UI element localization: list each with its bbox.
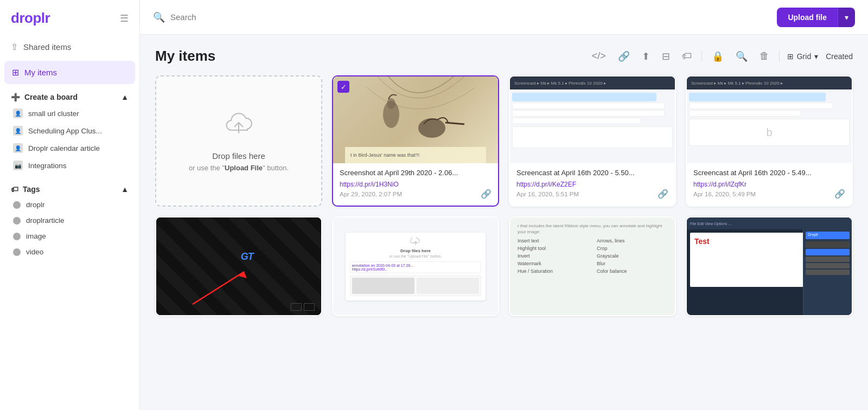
tag-dot-video — [13, 248, 21, 256]
svg-line-6 — [193, 272, 244, 304]
board-icon-2: 👤 — [13, 143, 23, 153]
lock-icon[interactable]: 🔒 — [710, 48, 726, 65]
tags-chevron-up-icon: ▲ — [121, 185, 129, 194]
code-icon[interactable]: </> — [590, 48, 608, 64]
board-item-scheduling[interactable]: 👤 Scheduling App Clus... — [11, 122, 129, 139]
item-info-1: Screencast at April 16th 2020 - 5.50... … — [510, 163, 675, 206]
item-footer-0: Apr 29, 2020, 2:07 PM 🔗 — [340, 189, 492, 199]
tag-dot-droplr — [13, 201, 21, 209]
tag-label-droplr: droplr — [26, 201, 45, 209]
grid-item-2[interactable]: Screencast ▸ Mk ▸ Mk 5.1 ▸ Phrendix 10 2… — [686, 75, 853, 207]
upload-dropdown-arrow[interactable]: ▾ — [838, 8, 855, 27]
sort-created-label[interactable]: Created — [826, 52, 853, 61]
board-icon-3: 📷 — [13, 161, 23, 170]
tag-icon-sidebar: 🏷 — [11, 185, 18, 194]
item-name-0: Screenshot at April 29th 2020 - 2.06... — [340, 169, 492, 177]
board-item-integrations[interactable]: 📷 Integrations — [11, 157, 129, 174]
grid-toggle-button[interactable]: ⊞ Grid ▾ — [787, 52, 818, 61]
item-name-2: Screencast at April 16th 2020 - 5.49... — [693, 169, 845, 177]
tag-item-video[interactable]: video — [11, 244, 129, 260]
chevron-up-icon: ▲ — [121, 93, 129, 101]
grid-item-1[interactable]: Screencast ▸ Mk ▸ Mk 5.1 ▸ Phrendix 10 2… — [509, 75, 676, 207]
board-label-2: Droplr calendar article — [28, 144, 100, 152]
item-info-0: Screenshot at April 29th 2020 - 2.06... … — [333, 163, 498, 206]
shared-items-label: Shared items — [23, 42, 71, 52]
upload-cloud-icon — [222, 111, 255, 144]
search-input[interactable] — [170, 12, 641, 22]
item-thumb-4: Drop files here or use the "Upload File"… — [333, 217, 498, 315]
item-date-1: Apr 16, 2020, 5:51 PM — [516, 191, 579, 197]
item-thumb-5: r that includes the latest Ribbon style … — [510, 217, 675, 315]
tag-dot-image — [13, 233, 21, 240]
grid-item-0[interactable]: t in Bird-Jesus' name was that?! ✓ Scree… — [332, 75, 499, 207]
tags-section: 🏷 Tags ▲ droplr droplrarticle image vide… — [0, 177, 139, 267]
download-icon[interactable]: ⬆ — [640, 48, 652, 65]
boards-section-header[interactable]: ➕ Create a board ▲ — [11, 93, 129, 101]
upload-drop-zone[interactable]: Drop files here or use the "Upload File"… — [155, 75, 322, 207]
search-icon: 🔍 — [153, 11, 165, 23]
tag-item-droplrarticle[interactable]: droplrarticle — [11, 213, 129, 228]
item-url-2[interactable]: https://d.pr/i/lZqfKr — [693, 181, 746, 188]
tag-item-image[interactable]: image — [11, 228, 129, 244]
boards-section: ➕ Create a board ▲ 👤 small url cluster 👤… — [0, 85, 139, 177]
image-icon[interactable]: ⊟ — [660, 48, 672, 65]
item-link-icon-0[interactable]: 🔗 — [481, 189, 492, 199]
sidebar-item-my-items[interactable]: ⊞ My items — [4, 61, 135, 84]
grid-item-4[interactable]: Drop files here or use the "Upload File"… — [332, 216, 499, 316]
toolbar-divider-1 — [701, 50, 702, 62]
upload-subtext: or use the "Upload File" button. — [189, 164, 289, 172]
board-item-calendar[interactable]: 👤 Droplr calendar article — [11, 139, 129, 157]
selected-check-0: ✓ — [337, 81, 349, 93]
sidebar-logo-area: droplr ☰ — [0, 0, 139, 34]
grid-icon: ⊞ — [787, 52, 794, 61]
my-items-label: My items — [24, 68, 57, 77]
item-date-2: Apr 16, 2020, 5:49 PM — [693, 191, 756, 197]
create-board-label: Create a board — [24, 93, 78, 101]
content-area: My items </> 🔗 ⬆ ⊟ 🏷 🔒 🔍 🗑 ⊞ Grid ▾ Crea… — [140, 35, 868, 410]
item-thumb-0: t in Bird-Jesus' name was that?! ✓ — [333, 76, 498, 163]
board-icon-1: 👤 — [13, 126, 23, 136]
item-thumb-1: Screencast ▸ Mk ▸ Mk 5.1 ▸ Phrendix 10 2… — [510, 76, 675, 163]
grid-item-5[interactable]: r that includes the latest Ribbon style … — [509, 216, 676, 316]
page-title: My items — [155, 48, 215, 65]
svg-point-1 — [418, 118, 445, 138]
tag-dot-droplrarticle — [13, 217, 21, 225]
grid-label: Grid — [797, 52, 811, 61]
item-link-icon-1[interactable]: 🔗 — [658, 189, 668, 199]
svg-text:t in Bird-Jesus' name was that: t in Bird-Jesus' name was that?! — [350, 152, 419, 158]
item-url-0[interactable]: https://d.pr/i/1H3NiO — [340, 181, 399, 188]
drop-files-text: Drop files here — [212, 151, 265, 161]
tag-icon-toolbar[interactable]: 🏷 — [680, 48, 694, 64]
grid-item-3[interactable]: GT — [155, 216, 322, 316]
tag-label-image: image — [26, 232, 46, 240]
sidebar: droplr ☰ ⇧ Shared items ⊞ My items ➕ Cre… — [0, 0, 140, 410]
items-grid: Drop files here or use the "Upload File"… — [155, 75, 853, 316]
tag-item-droplr[interactable]: droplr — [11, 197, 129, 213]
trash-icon[interactable]: 🗑 — [757, 48, 771, 64]
hamburger-icon[interactable]: ☰ — [120, 12, 129, 24]
search-bar[interactable]: 🔍 — [153, 11, 641, 23]
annotate-icon[interactable]: 🔍 — [733, 48, 750, 65]
board-label-3: Integrations — [28, 162, 67, 170]
link-icon[interactable]: 🔗 — [616, 48, 632, 65]
svg-point-3 — [387, 98, 395, 109]
grid-item-6[interactable]: File Edit View Options ... Test Droplr — [686, 216, 853, 316]
tags-section-header[interactable]: 🏷 Tags ▲ — [11, 185, 129, 194]
grid-chevron-icon: ▾ — [814, 52, 818, 61]
plus-icon: ➕ — [11, 93, 20, 101]
board-label-1: Scheduling App Clus... — [28, 127, 102, 135]
item-footer-1: Apr 16, 2020, 5:51 PM 🔗 — [516, 189, 668, 199]
item-url-1[interactable]: https://d.pr/i/KeZ2EF — [516, 181, 576, 188]
toolbar-divider-2 — [779, 50, 780, 62]
upload-file-button[interactable]: Upload file — [777, 8, 838, 27]
tags-label: Tags — [23, 185, 40, 194]
item-link-icon-2[interactable]: 🔗 — [834, 189, 845, 199]
upload-file-link-text[interactable]: Upload File — [225, 164, 263, 172]
item-thumb-2: Screencast ▸ Mk ▸ Mk 5.1 ▸ Phrendix 10 2… — [687, 76, 852, 163]
board-item-small-url[interactable]: 👤 small url cluster — [11, 105, 129, 122]
upload-button-group[interactable]: Upload file ▾ — [777, 8, 855, 27]
grid-square-icon: ⊞ — [12, 67, 19, 78]
sidebar-item-shared[interactable]: ⇧ Shared items — [0, 34, 139, 60]
share-icon: ⇧ — [11, 42, 18, 52]
tag-label-video: video — [26, 248, 43, 256]
